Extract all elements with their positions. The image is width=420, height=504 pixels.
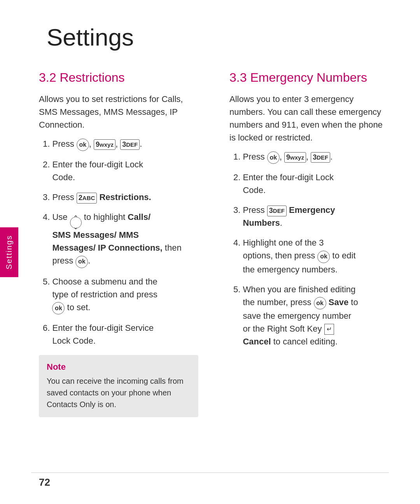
sidebar-tab: Settings <box>0 227 18 277</box>
key-ok-2: ok <box>75 256 88 268</box>
step-right-1: 1. Press ok, 9wxyz, 3DEF. <box>229 150 389 164</box>
step-right-5: 5. When you are finished editing the num… <box>229 283 389 348</box>
section-intro-left: Allows you to set restrictions for Calls… <box>39 93 198 131</box>
key-3def-r3: 3DEF <box>267 205 287 216</box>
step-right-4: 4. Highlight one of the 3 options, then … <box>229 236 389 276</box>
key-2abc: 2ABC <box>77 193 97 203</box>
key-ok-1: ok <box>77 139 89 151</box>
key-3def-1: 3DEF <box>120 139 140 150</box>
bottom-divider <box>31 472 389 473</box>
content-area: 3.2 Restrictions Allows you to set restr… <box>39 70 389 417</box>
right-column: 3.3 Emergency Numbers Allows you to ente… <box>222 70 389 417</box>
key-9wxyz-1: 9wxyz <box>94 139 116 150</box>
section-intro-right: Allows you to enter 3 emergency numbers.… <box>229 93 389 144</box>
key-ok-r5: ok <box>314 297 326 309</box>
key-ok-r4: ok <box>317 251 330 263</box>
section-title-left: 3.2 Restrictions <box>39 70 198 85</box>
page-title: Settings <box>47 23 389 51</box>
step-left-1: 1. Press ok, 9wxyz, 3DEF. <box>39 137 198 151</box>
key-9wxyz-r1: 9wxyz <box>284 152 306 163</box>
step-left-2: 2. Enter the four-digit Lock Code. <box>39 158 198 184</box>
page-number: 72 <box>39 476 50 488</box>
key-ok-r1: ok <box>267 151 280 164</box>
page: Settings Settings 3.2 Restrictions Allow… <box>0 0 420 504</box>
section-title-right: 3.3 Emergency Numbers <box>229 70 389 85</box>
left-column: 3.2 Restrictions Allows you to set restr… <box>39 70 206 417</box>
step-right-2: 2. Enter the four-digit Lock Code. <box>229 171 389 197</box>
key-3def-r1: 3DEF <box>311 152 330 163</box>
note-title: Note <box>47 362 191 372</box>
step-left-5: 5. Choose a submenu and the type of rest… <box>39 275 198 314</box>
step-left-4: 4. Use ⌃⌄ to highlight Calls/ SMS Messag… <box>39 211 198 268</box>
step-left-3: 3. Press 2ABC Restrictions. <box>39 191 198 204</box>
note-box: Note You can receive the incoming calls … <box>39 355 198 417</box>
key-ok-3: ok <box>52 302 65 314</box>
step-right-3: 3. Press 3DEF Emergency Numbers. <box>229 204 389 229</box>
nav-icon: ⌃⌄ <box>70 217 82 228</box>
step-left-6: 6. Enter the four-digit Service Lock Cod… <box>39 321 198 347</box>
note-text: You can receive the incoming calls from … <box>47 375 191 410</box>
